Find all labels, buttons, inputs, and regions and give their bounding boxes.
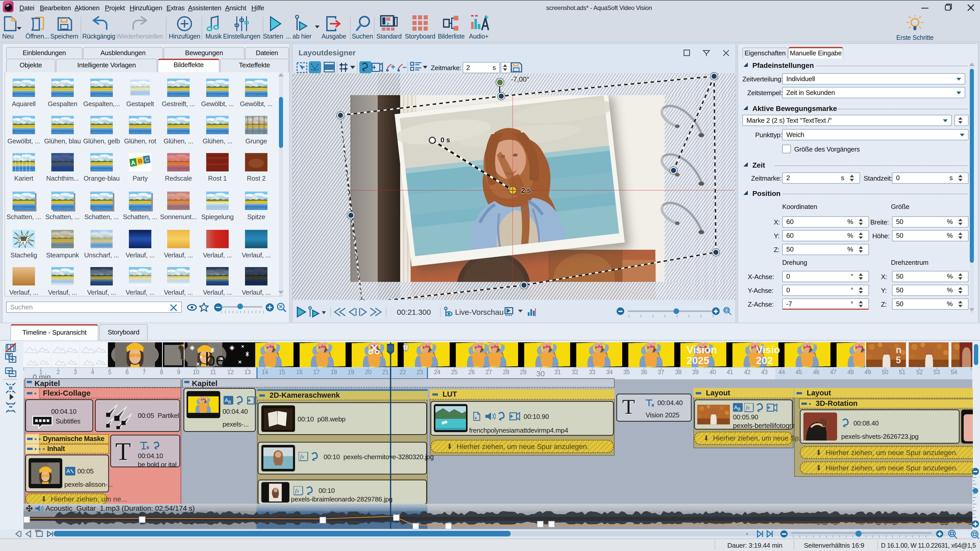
svg-text:fx: fx: [295, 487, 299, 494]
svg-text:fx: fx: [746, 404, 750, 411]
svg-text:Live-Vorschau: Live-Vorschau: [455, 308, 504, 316]
svg-text:A: A: [224, 397, 228, 403]
svg-text:A: A: [734, 404, 738, 410]
svg-text:B: B: [738, 407, 740, 412]
svg-text:fx: fx: [300, 453, 304, 460]
svg-text:A: A: [66, 468, 70, 474]
svg-text:be: be: [205, 349, 226, 367]
svg-text:00:21.300: 00:21.300: [397, 308, 431, 316]
svg-text:B: B: [228, 400, 231, 405]
